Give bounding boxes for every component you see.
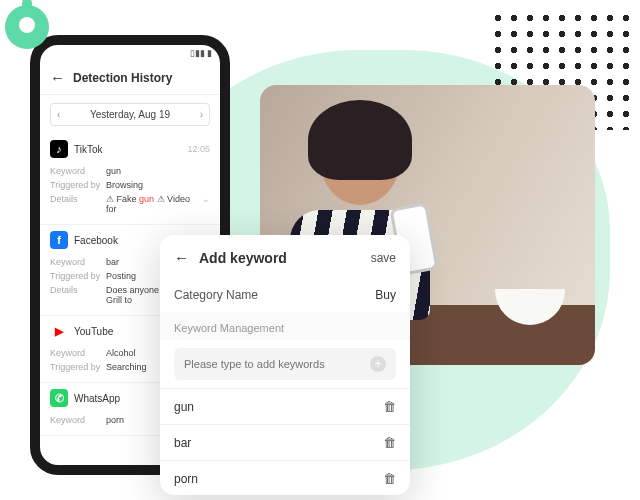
trash-icon[interactable]: 🗑 [383, 435, 396, 450]
row-value: gun [106, 166, 210, 176]
keyword-text: porn [174, 472, 198, 486]
phone-status-bar: ▯▮▮ ▮ [40, 45, 220, 61]
detail-row: Details⚠ Fake gun ⚠ Video for⌄ [50, 192, 210, 216]
row-value: ⚠ Fake gun ⚠ Video for [106, 194, 202, 214]
row-label: Keyword [50, 166, 106, 176]
keyword-management-label: Keyword Management [160, 312, 410, 340]
yt-icon: ▶ [50, 322, 68, 340]
add-icon[interactable]: + [370, 356, 386, 372]
page-title: Detection History [73, 71, 172, 85]
keyword-input-row[interactable]: + [174, 348, 396, 380]
back-arrow-icon[interactable]: ← [174, 249, 189, 266]
app-name: TikTok [74, 144, 181, 155]
row-value: Browsing [106, 180, 210, 190]
row-label: Keyword [50, 415, 106, 425]
category-row[interactable]: Category Name Buy [160, 278, 410, 312]
category-name-value: Buy [375, 288, 396, 302]
detail-row: Triggered byBrowsing [50, 178, 210, 192]
row-label: Keyword [50, 348, 106, 358]
row-label: Triggered by [50, 362, 106, 372]
row-label: Triggered by [50, 271, 106, 281]
detail-row: Keywordgun [50, 164, 210, 178]
photo-hair [308, 100, 412, 180]
keyword-text: bar [174, 436, 191, 450]
detection-header: ← Detection History [40, 61, 220, 95]
row-label: Details [50, 194, 106, 214]
save-button[interactable]: save [371, 251, 396, 265]
app-logo [5, 5, 55, 55]
keyword-input[interactable] [184, 358, 370, 370]
chevron-left-icon[interactable]: ‹ [57, 109, 60, 120]
app-section[interactable]: ♪TikTok12:05KeywordgunTriggered byBrowsi… [40, 134, 220, 225]
keyword-item: bar🗑 [160, 424, 410, 460]
keyword-text: gun [174, 400, 194, 414]
battery-icon: ▮ [207, 48, 212, 58]
app-section-header: ♪TikTok12:05 [50, 140, 210, 158]
back-arrow-icon[interactable]: ← [50, 69, 65, 86]
category-name-label: Category Name [174, 288, 258, 302]
date-label: Yesterday, Aug 19 [90, 109, 170, 120]
modal-header: ← Add keyword save [160, 235, 410, 278]
date-navigator[interactable]: ‹ Yesterday, Aug 19 › [50, 103, 210, 126]
add-keyword-modal: ← Add keyword save Category Name Buy Key… [160, 235, 410, 495]
fb-icon: f [50, 231, 68, 249]
keyword-list: gun🗑bar🗑porn🗑 [160, 388, 410, 495]
wa-icon: ✆ [50, 389, 68, 407]
keyword-item: porn🗑 [160, 460, 410, 495]
logo-mark [5, 5, 49, 49]
app-time: 12:05 [187, 144, 210, 154]
photo-head [320, 115, 400, 205]
signal-icon: ▯▮▮ [190, 48, 205, 58]
row-label: Triggered by [50, 180, 106, 190]
trash-icon[interactable]: 🗑 [383, 399, 396, 414]
row-label: Details [50, 285, 106, 305]
modal-title: Add keyword [199, 250, 361, 266]
chevron-down-icon[interactable]: ⌄ [202, 194, 210, 214]
tiktok-icon: ♪ [50, 140, 68, 158]
chevron-right-icon[interactable]: › [200, 109, 203, 120]
keyword-item: gun🗑 [160, 388, 410, 424]
row-label: Keyword [50, 257, 106, 267]
trash-icon[interactable]: 🗑 [383, 471, 396, 486]
